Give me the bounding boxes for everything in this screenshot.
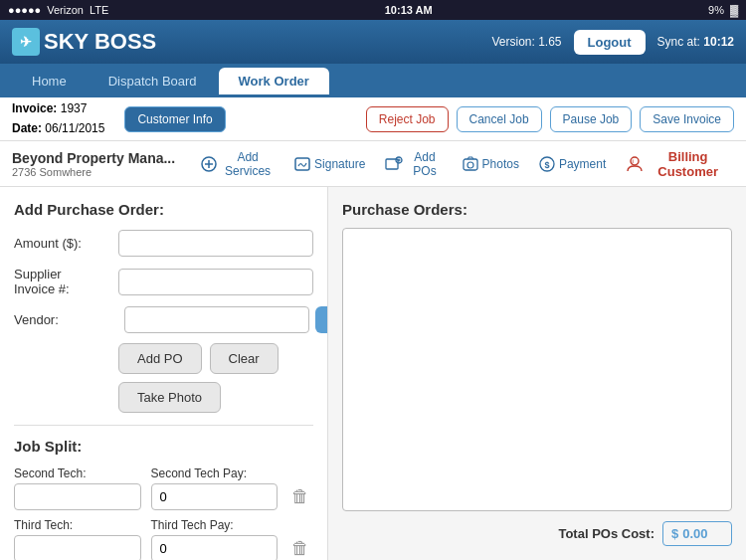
- payment-icon: $: [539, 156, 555, 172]
- vendor-input[interactable]: [124, 306, 309, 333]
- total-label: Total POs Cost:: [558, 526, 654, 541]
- svg-point-9: [467, 162, 473, 168]
- delete-third-tech-button[interactable]: 🗑: [287, 538, 313, 559]
- second-tech-section: Second Tech:: [14, 467, 141, 510]
- left-panel: Add Purchase Order: Amount ($): Supplier…: [0, 187, 328, 560]
- reject-job-button[interactable]: Reject Job: [366, 106, 449, 132]
- version-label: Version: 1.65: [491, 35, 561, 49]
- third-tech-pay-section: Third Tech Pay:: [151, 518, 279, 560]
- third-tech-pay-label: Third Tech Pay:: [151, 518, 279, 532]
- app-header: ✈ SKY BOSS Version: 1.65 Logout Sync at:…: [0, 20, 746, 64]
- dollar-sign: $: [671, 526, 678, 541]
- toolbar: Invoice: 1937 Date: 06/11/2015 Customer …: [0, 97, 746, 141]
- second-tech-pay-label: Second Tech Pay:: [151, 467, 279, 480]
- save-invoice-button[interactable]: Save Invoice: [640, 106, 734, 132]
- supplier-invoice-label: SupplierInvoice #:: [14, 267, 118, 296]
- logout-button[interactable]: Logout: [574, 30, 646, 55]
- total-value: 0.00: [682, 526, 707, 541]
- svg-text:$: $: [544, 160, 549, 170]
- header-right: Version: 1.65 Logout Sync at: 10:12: [491, 30, 734, 55]
- customer-bar: Beyond Property Mana... 2736 Somwhere Ad…: [0, 141, 746, 187]
- customer-info-panel: Beyond Property Mana... 2736 Somwhere: [12, 150, 175, 178]
- second-tech-pay-input[interactable]: [151, 483, 279, 510]
- signal-dots: ●●●●●: [8, 4, 41, 16]
- vendor-label: Vendor:: [14, 312, 118, 327]
- add-po-button[interactable]: Add PO: [118, 343, 202, 374]
- billing-customer-button[interactable]: i Billing Customer: [620, 145, 734, 183]
- second-tech-row: Second Tech: Second Tech Pay: 🗑: [14, 467, 313, 510]
- battery-icon: ▓: [730, 4, 738, 16]
- nav-tabs: Home Dispatch Board Work Order: [0, 64, 746, 97]
- cancel-job-button[interactable]: Cancel Job: [457, 106, 542, 132]
- app-logo: ✈ SKY BOSS: [12, 28, 156, 56]
- status-time: 10:13 AM: [385, 4, 433, 16]
- total-amount-box: $ 0.00: [662, 521, 732, 546]
- po-action-buttons: Add PO Clear: [14, 343, 313, 374]
- logo-text: SKY BOSS: [44, 29, 156, 55]
- svg-text:i: i: [633, 157, 635, 163]
- supplier-invoice-group: SupplierInvoice #:: [14, 267, 313, 296]
- take-photo-button[interactable]: Take Photo: [118, 382, 221, 413]
- second-tech-pay-section: Second Tech Pay:: [151, 467, 279, 510]
- carrier-label: Verizon: [47, 4, 84, 16]
- customer-address: 2736 Somwhere: [12, 166, 175, 178]
- signature-icon: [294, 156, 310, 172]
- third-tech-label: Third Tech:: [14, 518, 141, 532]
- billing-customer-icon: i: [626, 156, 644, 172]
- svg-rect-3: [295, 158, 309, 170]
- photos-icon: [463, 156, 478, 172]
- second-tech-input[interactable]: [14, 483, 141, 510]
- invoice-number: 1937: [61, 101, 88, 115]
- amount-group: Amount ($):: [14, 230, 313, 257]
- add-services-button[interactable]: Add Services: [195, 146, 280, 182]
- payment-button[interactable]: $ Payment: [533, 152, 612, 176]
- add-pos-button[interactable]: Add POs: [379, 146, 448, 182]
- status-bar-left: ●●●●● Verizon LTE: [8, 4, 108, 16]
- delete-second-tech-button[interactable]: 🗑: [287, 486, 313, 507]
- take-photo-row: Take Photo: [14, 382, 313, 413]
- supplier-invoice-input[interactable]: [118, 269, 313, 295]
- date-row: Date: 06/11/2015: [12, 119, 104, 138]
- third-tech-input[interactable]: [14, 535, 141, 560]
- logo-icon: ✈: [12, 28, 40, 56]
- customer-info-button[interactable]: Customer Info: [124, 106, 225, 132]
- tab-work-order[interactable]: Work Order: [219, 68, 329, 94]
- date-value: 06/11/2015: [45, 121, 104, 135]
- customer-name: Beyond Property Mana...: [12, 150, 175, 166]
- photos-button[interactable]: Photos: [457, 152, 525, 176]
- signature-button[interactable]: Signature: [288, 152, 371, 176]
- total-row: Total POs Cost: $ 0.00: [342, 521, 732, 546]
- third-tech-section: Third Tech:: [14, 518, 141, 560]
- invoice-info: Invoice: 1937 Date: 06/11/2015: [12, 99, 104, 137]
- tab-home[interactable]: Home: [12, 68, 87, 94]
- right-panel: Purchase Orders: Total POs Cost: $ 0.00: [328, 187, 746, 560]
- main-content: Add Purchase Order: Amount ($): Supplier…: [0, 187, 746, 560]
- status-bar: ●●●●● Verizon LTE 10:13 AM 9% ▓: [0, 0, 746, 20]
- third-tech-pay-input[interactable]: [151, 535, 279, 560]
- sync-label: Sync at: 10:12: [657, 35, 734, 49]
- second-tech-label: Second Tech:: [14, 467, 141, 480]
- add-po-title: Add Purchase Order:: [14, 201, 313, 218]
- divider: [14, 425, 313, 426]
- clear-button[interactable]: Clear: [210, 343, 279, 374]
- amount-label: Amount ($):: [14, 236, 118, 251]
- select-vendor-button[interactable]: Select: [315, 306, 328, 333]
- network-label: LTE: [90, 4, 108, 16]
- vendor-group: Vendor: Select: [14, 306, 313, 333]
- amount-input[interactable]: [118, 230, 313, 257]
- add-pos-icon: [385, 156, 403, 172]
- add-services-icon: [201, 156, 217, 172]
- battery-percent: 9%: [708, 4, 724, 16]
- pause-job-button[interactable]: Pause Job: [550, 106, 633, 132]
- status-bar-right: 9% ▓: [708, 4, 738, 16]
- third-tech-row: Third Tech: Third Tech Pay: 🗑: [14, 518, 313, 560]
- purchase-orders-title: Purchase Orders:: [342, 201, 732, 218]
- purchase-orders-table: [342, 228, 732, 511]
- invoice-row: Invoice: 1937: [12, 99, 104, 118]
- tab-dispatch-board[interactable]: Dispatch Board: [89, 68, 217, 94]
- job-split-title: Job Split:: [14, 438, 313, 455]
